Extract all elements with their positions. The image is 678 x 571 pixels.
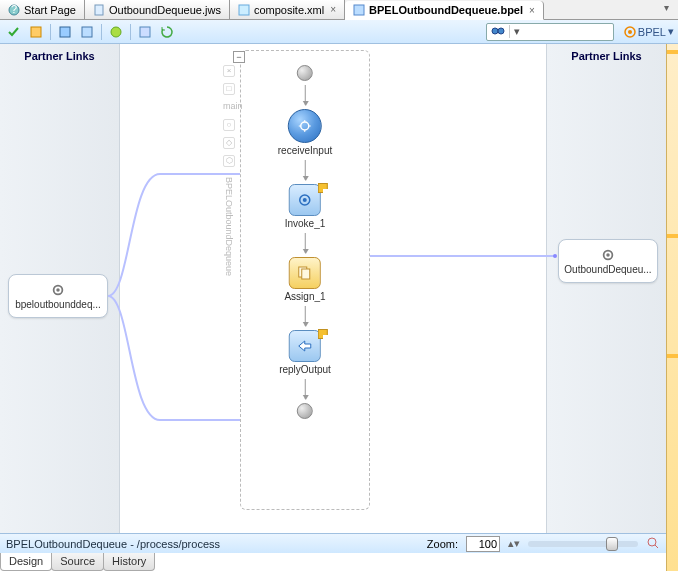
right-partner-pane: Partner Links	[546, 44, 666, 542]
svg-rect-26	[302, 269, 310, 279]
layout-button[interactable]	[106, 22, 126, 42]
svg-point-22	[301, 122, 309, 130]
tab-source[interactable]: Source	[51, 553, 104, 571]
bpel-version-selector[interactable]: BPEL ▾	[624, 25, 674, 38]
chevron-down-icon: ▾	[668, 25, 674, 38]
pane-title: Partner Links	[0, 44, 119, 68]
scope-vertical-label: BPELOutboundDequeue	[224, 177, 234, 276]
reply-icon	[289, 330, 321, 362]
end-node[interactable]	[297, 403, 313, 419]
tab-design[interactable]: Design	[0, 553, 52, 571]
undo-button[interactable]	[55, 22, 75, 42]
start-node[interactable]	[297, 65, 313, 81]
tool-icon[interactable]: □	[223, 83, 235, 95]
tool-icon[interactable]: ◇	[223, 137, 235, 149]
partner-link-outbound[interactable]: OutboundDequeu...	[558, 239, 658, 283]
editor-tabs: ? Start Page OutboundDequeue.jws composi…	[0, 0, 678, 20]
svg-rect-6	[60, 27, 70, 37]
fit-to-window-icon[interactable]	[646, 536, 660, 552]
tab-start-page[interactable]: ? Start Page	[0, 0, 85, 19]
svg-rect-5	[31, 27, 41, 37]
tool-button[interactable]	[135, 22, 155, 42]
invoke-icon	[289, 184, 321, 216]
tab-bpel-file[interactable]: BPELOutboundDequeue.bpel ×	[345, 1, 544, 20]
zoom-label: Zoom:	[427, 538, 458, 550]
tool-icon[interactable]: ○	[223, 119, 235, 131]
collapse-toggle[interactable]: −	[233, 51, 245, 63]
svg-point-11	[498, 28, 504, 34]
scope-tools: × □ main ○ ◇ ⬡ BPELOutboundDequeue	[223, 65, 235, 276]
assign-icon	[289, 257, 321, 289]
help-icon: ?	[8, 4, 20, 16]
refresh-button[interactable]	[157, 22, 177, 42]
zoom-stepper[interactable]: ▴▾	[508, 537, 520, 550]
tab-outbound-jws[interactable]: OutboundDequeue.jws	[85, 0, 230, 19]
main-label: main	[223, 101, 235, 113]
flag-icon	[318, 183, 328, 193]
search-input[interactable]	[523, 25, 613, 39]
marker	[667, 354, 678, 358]
close-icon[interactable]: ×	[529, 5, 535, 16]
receive-activity[interactable]: receiveInput	[278, 109, 332, 156]
gear-icon	[51, 283, 65, 297]
overview-strip[interactable]	[666, 44, 678, 571]
tab-composite-xml[interactable]: composite.xml ×	[230, 0, 345, 19]
assign-activity[interactable]: Assign_1	[284, 257, 325, 302]
svg-point-10	[492, 28, 498, 34]
activity-label: receiveInput	[278, 145, 332, 156]
tab-label: OutboundDequeue.jws	[109, 4, 221, 16]
reply-activity[interactable]: replyOutput	[279, 330, 331, 375]
breadcrumb: BPELOutboundDequeue - /process/process	[6, 538, 419, 550]
search-combo[interactable]: ▾	[486, 23, 614, 41]
svg-point-27	[648, 538, 656, 546]
flag-icon	[318, 329, 328, 339]
slider-thumb[interactable]	[606, 537, 618, 551]
validate-button[interactable]	[4, 22, 24, 42]
svg-point-8	[111, 27, 121, 37]
activity-label: replyOutput	[279, 364, 331, 375]
toolbar: ▾ BPEL ▾	[0, 20, 678, 44]
marker	[667, 50, 678, 54]
partner-link-client[interactable]: bpeloutbounddeq...	[8, 274, 108, 318]
invoke-activity[interactable]: Invoke_1	[285, 184, 326, 229]
svg-point-17	[606, 253, 610, 257]
process-center: − × □ main ○ ◇ ⬡ BPELOutboundDequeue rec…	[120, 44, 546, 542]
flow-arrow	[304, 160, 305, 180]
file-icon	[93, 4, 105, 16]
bpel-icon	[353, 4, 365, 16]
redo-button[interactable]	[77, 22, 97, 42]
svg-rect-3	[239, 5, 249, 15]
zoom-input[interactable]	[466, 536, 500, 552]
separator	[50, 24, 51, 40]
tool-icon[interactable]: ⬡	[223, 155, 235, 167]
tab-label: composite.xml	[254, 4, 324, 16]
bpel-canvas[interactable]: Partner Links Partner Links bpeloutbound…	[0, 44, 678, 542]
pane-title: Partner Links	[547, 44, 666, 68]
flow-arrow	[304, 379, 305, 399]
activity-label: Invoke_1	[285, 218, 326, 229]
svg-rect-2	[95, 5, 103, 15]
close-icon[interactable]: ×	[330, 4, 336, 15]
flow-arrow	[304, 233, 305, 253]
svg-rect-7	[82, 27, 92, 37]
svg-point-24	[303, 198, 307, 202]
receive-icon	[288, 109, 322, 143]
chevron-down-icon[interactable]: ▾	[509, 25, 523, 38]
window-menu-dropdown[interactable]: ▾	[664, 2, 676, 14]
separator	[130, 24, 131, 40]
tab-history[interactable]: History	[103, 553, 155, 571]
svg-point-13	[628, 30, 632, 34]
activity-label: Assign_1	[284, 291, 325, 302]
process-scope[interactable]: − × □ main ○ ◇ ⬡ BPELOutboundDequeue rec…	[240, 50, 370, 510]
flow-arrow	[304, 85, 305, 105]
zoom-slider[interactable]	[528, 541, 638, 547]
partner-label: OutboundDequeu...	[564, 264, 651, 275]
status-bar: BPELOutboundDequeue - /process/process Z…	[0, 533, 666, 553]
warnings-button[interactable]	[26, 22, 46, 42]
tab-label: BPELOutboundDequeue.bpel	[369, 4, 523, 16]
tab-label: Start Page	[24, 4, 76, 16]
svg-text:?: ?	[11, 4, 17, 15]
xml-icon	[238, 4, 250, 16]
flow-arrow	[304, 306, 305, 326]
tool-icon[interactable]: ×	[223, 65, 235, 77]
